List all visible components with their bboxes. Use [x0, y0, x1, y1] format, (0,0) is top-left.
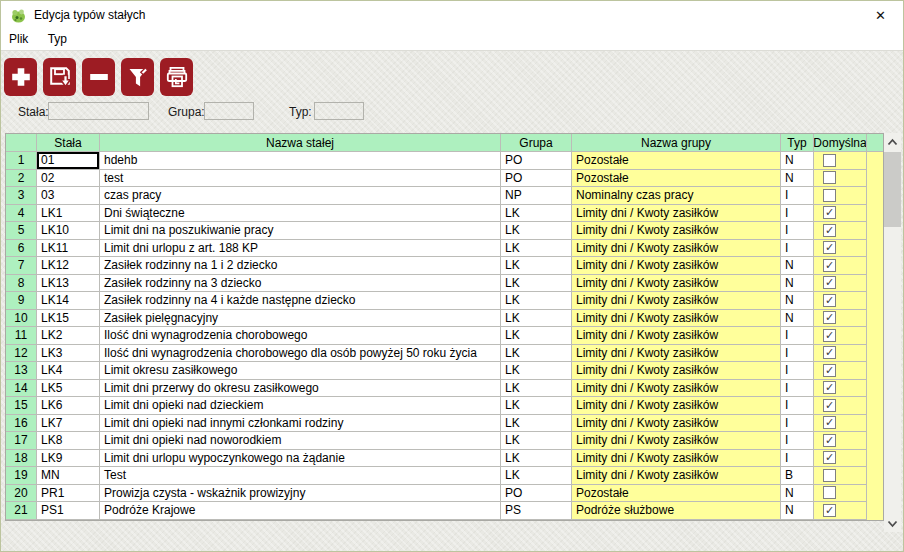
grupa-cell[interactable]: LK — [501, 345, 572, 363]
domyslna-cell[interactable] — [814, 205, 867, 223]
row-number-cell[interactable]: 5 — [6, 222, 37, 240]
stala-cell[interactable]: LK6 — [37, 397, 100, 415]
nazwa-cell[interactable]: Prowizja czysta - wskażnik prowizyjny — [100, 485, 501, 503]
menu-item-plik[interactable]: Plik — [1, 29, 36, 50]
grupa-input[interactable] — [204, 102, 254, 120]
domyslna-cell[interactable] — [814, 362, 867, 380]
stala-cell[interactable]: PS1 — [37, 502, 100, 520]
nazwa-grupy-cell[interactable]: Limity dni / Kwoty zasiłków — [572, 415, 781, 433]
grupa-cell[interactable]: LK — [501, 222, 572, 240]
domyslna-checkbox[interactable] — [823, 241, 836, 254]
nazwa-grupy-cell[interactable]: Podróże służbowe — [572, 502, 781, 520]
domyslna-checkbox[interactable] — [823, 276, 836, 289]
nazwa-grupy-cell[interactable]: Limity dni / Kwoty zasiłków — [572, 450, 781, 468]
typ-cell[interactable]: N — [781, 257, 814, 275]
typ-cell[interactable]: N — [781, 292, 814, 310]
row-number-cell[interactable]: 4 — [6, 205, 37, 223]
grupa-cell[interactable]: LK — [501, 327, 572, 345]
domyslna-checkbox[interactable] — [823, 381, 836, 394]
domyslna-checkbox[interactable] — [823, 189, 836, 202]
grupa-cell[interactable]: LK — [501, 205, 572, 223]
grupa-cell[interactable]: LK — [501, 362, 572, 380]
typ-cell[interactable]: I — [781, 240, 814, 258]
domyslna-cell[interactable] — [814, 292, 867, 310]
nazwa-grupy-cell[interactable]: Limity dni / Kwoty zasiłków — [572, 257, 781, 275]
row-number-cell[interactable]: 16 — [6, 415, 37, 433]
domyslna-cell[interactable] — [814, 345, 867, 363]
nazwa-cell[interactable]: hdehb — [100, 152, 501, 170]
typ-cell[interactable]: I — [781, 415, 814, 433]
nazwa-grupy-cell[interactable]: Limity dni / Kwoty zasiłków — [572, 327, 781, 345]
domyslna-cell[interactable] — [814, 432, 867, 450]
stala-cell[interactable]: LK8 — [37, 432, 100, 450]
domyslna-checkbox[interactable] — [823, 416, 836, 429]
nazwa-cell[interactable]: Limit dni opieki nad innymi członkami ro… — [100, 415, 501, 433]
nazwa-grupy-cell[interactable]: Limity dni / Kwoty zasiłków — [572, 362, 781, 380]
grupa-cell[interactable]: LK — [501, 310, 572, 328]
typ-cell[interactable]: I — [781, 450, 814, 468]
grupa-cell[interactable]: NP — [501, 187, 572, 205]
nazwa-grupy-cell[interactable]: Pozostałe — [572, 152, 781, 170]
row-number-cell[interactable]: 14 — [6, 380, 37, 398]
nazwa-grupy-cell[interactable]: Limity dni / Kwoty zasiłków — [572, 380, 781, 398]
stala-cell[interactable]: LK12 — [37, 257, 100, 275]
stala-cell[interactable]: 03 — [37, 187, 100, 205]
stala-cell[interactable]: LK14 — [37, 292, 100, 310]
scrollbar-thumb[interactable] — [884, 152, 901, 227]
header-nazwa-grupy[interactable]: Nazwa grupy — [572, 134, 781, 152]
domyslna-checkbox[interactable] — [823, 154, 836, 167]
nazwa-cell[interactable]: Limit dni na poszukiwanie pracy — [100, 222, 501, 240]
typ-cell[interactable]: I — [781, 432, 814, 450]
nazwa-cell[interactable]: Limit dni opieki nad dzieckiem — [100, 397, 501, 415]
nazwa-cell[interactable]: Limit dni urlopu wypoczynkowego na żądan… — [100, 450, 501, 468]
nazwa-cell[interactable]: Limit okresu zasiłkowego — [100, 362, 501, 380]
nazwa-grupy-cell[interactable]: Limity dni / Kwoty zasiłków — [572, 240, 781, 258]
remove-button[interactable] — [82, 58, 115, 96]
stala-cell[interactable]: LK1 — [37, 205, 100, 223]
domyslna-cell[interactable] — [814, 240, 867, 258]
nazwa-cell[interactable]: Ilość dni wynagrodzenia chorobowego dla … — [100, 345, 501, 363]
row-number-cell[interactable]: 10 — [6, 310, 37, 328]
row-number-cell[interactable]: 7 — [6, 257, 37, 275]
domyslna-checkbox[interactable] — [823, 294, 836, 307]
domyslna-checkbox[interactable] — [823, 224, 836, 237]
grupa-cell[interactable]: LK — [501, 450, 572, 468]
typ-cell[interactable]: N — [781, 275, 814, 293]
close-button[interactable]: ✕ — [858, 1, 903, 29]
domyslna-checkbox[interactable] — [823, 259, 836, 272]
scroll-down-button[interactable] — [884, 515, 901, 532]
typ-cell[interactable]: I — [781, 345, 814, 363]
nazwa-grupy-cell[interactable]: Limity dni / Kwoty zasiłków — [572, 397, 781, 415]
nazwa-cell[interactable]: Zasiłek rodzinny na 1 i 2 dziecko — [100, 257, 501, 275]
nazwa-cell[interactable]: Zasiłek pielęgnacyjny — [100, 310, 501, 328]
nazwa-cell[interactable]: Limit dni przerwy do okresu zasiłkowego — [100, 380, 501, 398]
nazwa-cell[interactable]: Zasiłek rodzinny na 3 dziecko — [100, 275, 501, 293]
header-nazwa-stalej[interactable]: Nazwa stałej — [100, 134, 501, 152]
stala-input[interactable] — [48, 102, 149, 120]
nazwa-grupy-cell[interactable]: Limity dni / Kwoty zasiłków — [572, 310, 781, 328]
domyslna-cell[interactable] — [814, 257, 867, 275]
typ-cell[interactable]: N — [781, 170, 814, 188]
stala-cell[interactable]: LK11 — [37, 240, 100, 258]
domyslna-cell[interactable] — [814, 397, 867, 415]
grupa-cell[interactable]: LK — [501, 467, 572, 485]
grupa-cell[interactable]: LK — [501, 292, 572, 310]
header-domyslna[interactable]: Domyślna — [814, 134, 867, 152]
nazwa-grupy-cell[interactable]: Limity dni / Kwoty zasiłków — [572, 205, 781, 223]
typ-cell[interactable]: I — [781, 380, 814, 398]
stala-cell[interactable]: LK2 — [37, 327, 100, 345]
typ-cell[interactable]: N — [781, 485, 814, 503]
nazwa-grupy-cell[interactable]: Limity dni / Kwoty zasiłków — [572, 345, 781, 363]
domyslna-cell[interactable] — [814, 502, 867, 520]
domyslna-checkbox[interactable] — [823, 486, 836, 499]
stala-cell[interactable]: LK10 — [37, 222, 100, 240]
filter-button[interactable] — [121, 58, 154, 96]
nazwa-cell[interactable]: test — [100, 170, 501, 188]
nazwa-grupy-cell[interactable]: Nominalny czas pracy — [572, 187, 781, 205]
nazwa-grupy-cell[interactable]: Pozostałe — [572, 170, 781, 188]
nazwa-cell[interactable]: Limit dni opieki nad noworodkiem — [100, 432, 501, 450]
grupa-cell[interactable]: LK — [501, 257, 572, 275]
domyslna-checkbox[interactable] — [823, 206, 836, 219]
row-number-cell[interactable]: 15 — [6, 397, 37, 415]
vertical-scrollbar[interactable] — [884, 133, 901, 532]
